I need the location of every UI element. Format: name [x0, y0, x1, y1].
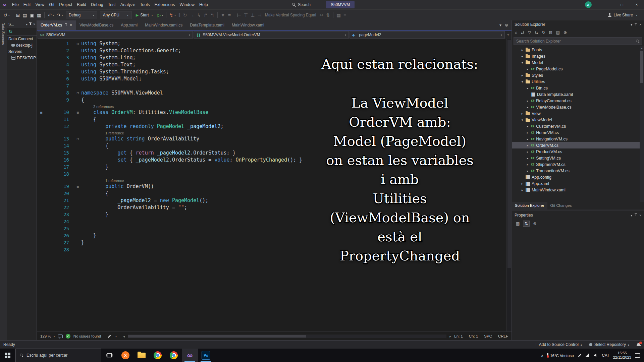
code-surface[interactable]: 1⊟using System;2using System.Collections…	[37, 39, 506, 331]
step-into-icon[interactable]: ↳	[196, 11, 203, 19]
categorized-icon[interactable]: ▦	[515, 221, 521, 226]
code-line[interactable]: 15 get { return _pageModel2.OrderStatus;…	[37, 149, 506, 157]
alphabetical-icon[interactable]: ⇅	[523, 221, 530, 227]
fold-marker-icon[interactable]: ⊟	[74, 135, 81, 142]
tree-expand-icon[interactable]: ▸	[526, 86, 529, 90]
task-view-icon[interactable]	[101, 349, 117, 362]
tree-collapse-icon[interactable]: ▾	[521, 118, 524, 122]
align-right-icon[interactable]: ⊣	[256, 11, 263, 19]
code-line[interactable]: 13⊟ public string OrderAvailability	[37, 135, 506, 142]
vertical-spacing-icon[interactable]: ⇅	[325, 11, 331, 19]
user-avatar[interactable]: JF	[585, 1, 592, 8]
open-file-icon[interactable]: ▤	[21, 11, 28, 19]
volume-icon[interactable]	[594, 353, 598, 357]
tree-expand-icon[interactable]: ▸	[521, 182, 524, 185]
breadcrumb-field-dropdown[interactable]: ◆_pageModel2▾	[350, 31, 505, 39]
code-line[interactable]: 7	[37, 82, 506, 89]
breakpoint-margin[interactable]	[37, 97, 46, 104]
code-line[interactable]: 2using System.Collections.Generic;	[37, 47, 506, 54]
fold-marker-icon[interactable]: ⊟	[74, 40, 81, 47]
code-text[interactable]: set { _pageModel2.OrderStatus = value; O…	[81, 157, 506, 164]
menu-view[interactable]: View	[33, 0, 47, 9]
indent-indicator[interactable]: SPC	[484, 334, 492, 338]
table-layout-icon[interactable]: ▦	[335, 11, 342, 19]
home-icon[interactable]: ⌂	[515, 30, 517, 35]
undo-icon[interactable]: ↶▾	[46, 11, 55, 19]
editor-tab-datatemplate-xaml[interactable]: DataTemplate.xaml	[186, 20, 228, 30]
code-line[interactable]: 19⊟ public OrderVM()	[37, 183, 506, 190]
edit-mode-icon[interactable]	[107, 334, 111, 338]
breakpoint-margin[interactable]	[37, 123, 46, 130]
tree-item-model[interactable]: ▾Model	[512, 59, 644, 66]
property-pages-icon[interactable]: ⊛	[532, 221, 538, 226]
tree-item-app-xaml[interactable]: ▸App.xaml	[512, 180, 644, 187]
sync-with-active-document-icon[interactable]: ⇆	[535, 30, 538, 35]
editor-horizontal-scrollbar[interactable]	[128, 335, 446, 338]
hot-reload-icon[interactable]: ↯▾	[168, 11, 177, 19]
breakpoint-margin[interactable]	[37, 232, 46, 239]
send-feedback-icon[interactable]	[58, 335, 63, 338]
code-text[interactable]: }	[81, 211, 506, 218]
tree-item-customervm-cs[interactable]: ▸C#CustomerVM.cs	[512, 123, 644, 129]
tree-item-utilities[interactable]: ▾Utilities	[512, 78, 644, 85]
code-line[interactable]: 16 set { _pageModel2.OrderStatus = value…	[37, 157, 506, 164]
collapse-all-icon[interactable]: ⊟	[549, 30, 552, 35]
code-text[interactable]: }	[81, 239, 506, 246]
scroll-right-icon[interactable]: ▸	[449, 335, 451, 338]
code-line[interactable]: 25	[37, 225, 506, 232]
breakpoint-margin[interactable]	[37, 246, 46, 253]
scroll-up-icon[interactable]: ▴	[640, 46, 644, 50]
pin-icon[interactable]	[64, 23, 67, 27]
split-window-icon[interactable]: +	[505, 33, 511, 37]
code-text[interactable]: OrderAvailability = "";	[81, 204, 506, 211]
server-explorer-item-desktop-j[interactable]: desktop-j	[7, 42, 37, 48]
tree-expand-icon[interactable]: ▸	[521, 188, 524, 192]
server-explorer-item-data-connect[interactable]: Data Connect	[7, 36, 37, 42]
tree-item-ordervm-cs[interactable]: ▸C#OrderVM.cs	[512, 142, 644, 148]
start-button[interactable]	[0, 349, 15, 362]
breakpoint-margin[interactable]	[37, 116, 46, 123]
code-text[interactable]: using System.Linq;	[81, 54, 506, 61]
editor-tab-mainwindow-xaml-cs[interactable]: MainWindow.xaml.cs	[141, 20, 186, 30]
tree-expand-icon[interactable]: ▸	[521, 55, 524, 58]
tree-item-btn-cs[interactable]: ▸C#Btn.cs	[512, 85, 644, 91]
chrome-icon[interactable]	[150, 349, 166, 362]
code-text[interactable]: using S50MVVM.Model;	[81, 75, 506, 82]
tree-expand-icon[interactable]: ▸	[526, 163, 529, 166]
code-line[interactable]: 22 OrderAvailability = "";	[37, 204, 506, 211]
tree-item-datatemplate-xaml[interactable]: DataTemplate.xaml	[512, 91, 644, 98]
tree-expand-icon[interactable]: ▸	[521, 48, 524, 52]
server-explorer-item-desktop[interactable]: DESKTOP-	[7, 55, 37, 61]
code-line[interactable]: 8⊟namespace S50MVVM.ViewModel	[37, 89, 506, 97]
tree-expand-icon[interactable]: ▸	[526, 67, 529, 71]
tree-item-app-config[interactable]: App.config	[512, 174, 644, 180]
close-icon[interactable]: ×	[33, 22, 35, 26]
breadcrumb-class-dropdown[interactable]: {}S50MVVM.ViewModel.OrderVM▾	[194, 31, 349, 39]
tree-item-images[interactable]: ▸Images	[512, 53, 644, 59]
tree-item-homevm-cs[interactable]: ▸C#HomeVM.cs	[512, 129, 644, 136]
code-text[interactable]	[81, 171, 506, 178]
align-top-icon[interactable]: ⊤	[243, 11, 249, 19]
pending-changes-filter-icon[interactable]: ▽	[528, 30, 531, 35]
tree-expand-icon[interactable]: ▸	[521, 74, 524, 77]
network-icon[interactable]	[585, 353, 590, 357]
code-text[interactable]: {	[81, 116, 506, 123]
tree-expand-icon[interactable]: ▸	[526, 131, 529, 134]
breakpoint-margin[interactable]	[37, 40, 46, 47]
tree-item-pagemodel-cs[interactable]: ▸C#PageModel.cs	[512, 66, 644, 72]
refresh-icon[interactable]: ↻	[542, 30, 545, 35]
code-text[interactable]: private readonly PageModel _pageModel2;	[81, 123, 506, 130]
tree-item-shipmentvm-cs[interactable]: ▸C#ShipmentVM.cs	[512, 161, 644, 168]
codelens-references[interactable]: 1 reference	[81, 178, 124, 183]
restart-icon[interactable]: ↻	[182, 11, 189, 19]
breakpoint-margin[interactable]	[37, 61, 46, 68]
code-text[interactable]: }	[81, 232, 506, 239]
code-line[interactable]: 9{	[37, 97, 506, 104]
chrome-profile-icon[interactable]	[166, 349, 182, 362]
tree-item-transactionvm-cs[interactable]: ▸C#TransactionVM.cs	[512, 168, 644, 174]
breakpoint-margin[interactable]	[37, 204, 46, 211]
menu-project[interactable]: Project	[57, 0, 74, 9]
code-text[interactable]	[81, 225, 506, 232]
switch-views-icon[interactable]: ⇄	[521, 30, 524, 35]
code-line[interactable]: 20 {	[37, 190, 506, 197]
